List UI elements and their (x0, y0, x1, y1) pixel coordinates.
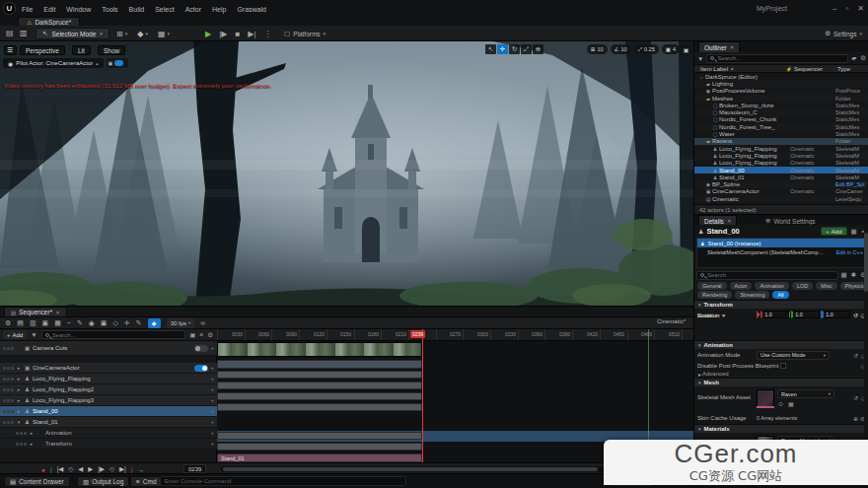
track-active-toggle[interactable] (194, 365, 208, 372)
maximize-button[interactable]: ▫ (845, 4, 848, 13)
toolbar-icon[interactable]: ▥ (30, 319, 36, 327)
content-import-icon[interactable]: ▥ (16, 29, 32, 37)
panel-icon[interactable]: ▣ (188, 331, 196, 339)
platforms-dropdown[interactable]: ▢ Platforms ▾ (284, 28, 326, 39)
track-add-icon[interactable]: + (210, 345, 214, 351)
sequencer-track-row[interactable]: ▸ Transform + (0, 439, 217, 450)
perspective-button[interactable]: Perspective (20, 45, 65, 55)
value-z[interactable]: 1.0 (822, 311, 850, 318)
close-button[interactable]: ✕ (857, 4, 864, 13)
filter-chip[interactable]: General (697, 282, 727, 290)
track-filter-icon[interactable]: ▼ (30, 331, 37, 338)
track-active-toggle[interactable] (194, 345, 208, 352)
track-toggles[interactable] (3, 399, 14, 402)
details-search-input[interactable]: Search (696, 271, 838, 280)
revert-icon[interactable]: ↺ (852, 312, 859, 318)
level-viewport[interactable]: ☰ Perspective Lit Show ◉ Pilot Actor: Ci… (0, 41, 693, 306)
menu-item[interactable]: Build (129, 6, 145, 13)
edit-in-cpp-link[interactable]: Edit in C++ (836, 249, 863, 255)
section-transform[interactable]: ▾ Transform (694, 300, 868, 309)
level-tab[interactable]: ⚠ DarkSpruce* (18, 17, 80, 26)
outliner-row[interactable]: ▤ Cinematic LevelSequ (694, 195, 868, 202)
transport-button[interactable]: | (131, 466, 133, 473)
column-sequencer[interactable]: Sequencer (794, 66, 837, 72)
transform-tool[interactable]: ↖ (485, 44, 496, 54)
track-add-icon[interactable]: + (210, 441, 214, 447)
editor-mode-dropdown[interactable]: ↖ Selection Mode ▾ (36, 28, 109, 39)
panel-icon[interactable]: ⚙ (206, 331, 214, 339)
track-toggles[interactable] (3, 421, 14, 424)
outliner-row[interactable]: ▢ Broken_Stump_rkzw StaticMes (694, 102, 868, 108)
sequence-breadcrumb[interactable]: Cinematic* (657, 318, 686, 324)
track-add-icon[interactable]: + (210, 419, 214, 425)
unreal-logo[interactable]: U (3, 2, 16, 15)
filter-icon[interactable]: ▼ (696, 55, 704, 62)
play-control[interactable]: ▶| (248, 30, 255, 38)
snap-control[interactable]: ⤢0.25 (634, 44, 659, 54)
settings-dropdown[interactable]: ⚙ Settings ▾ (825, 28, 862, 39)
auto-key-toggle[interactable]: ◆ (148, 318, 161, 328)
show-flags-button[interactable]: Show (98, 45, 125, 55)
filter-chip[interactable]: Actor (730, 282, 753, 290)
toolbar-icon[interactable]: ✛ (124, 319, 130, 327)
transform-tool[interactable]: ⤢ (521, 44, 532, 54)
animation-mode-dropdown[interactable]: Use Custom Mode ▾ (757, 351, 830, 360)
snap-control[interactable]: ⊞10 (587, 44, 608, 54)
animation-track-bar[interactable] (217, 403, 422, 411)
camera-track-bar[interactable] (217, 360, 422, 369)
track-toggles[interactable] (16, 443, 27, 446)
viewport-options-button[interactable]: ☰ (4, 45, 17, 55)
toolbar-icon[interactable]: ◇ (112, 319, 117, 327)
transform-tool[interactable]: ✛ (497, 44, 508, 54)
section-animation[interactable]: ▾ Animation (694, 340, 868, 349)
tab-sequencer[interactable]: ▤ Sequencer* ✕ (4, 307, 67, 316)
skeletal-mesh-thumbnail[interactable] (757, 389, 774, 407)
track-toggles[interactable] (3, 410, 14, 413)
value-x[interactable]: 1.0 (760, 311, 789, 318)
close-icon[interactable]: ✕ (727, 218, 732, 224)
menu-item[interactable]: Actor (185, 6, 201, 13)
toolbar-icon[interactable]: ▣ (101, 319, 108, 327)
browse-asset-icon[interactable]: ▦ (787, 400, 795, 407)
animation-clip[interactable]: Stand_01 (217, 453, 422, 462)
camera-cuts-filmstrip[interactable] (217, 342, 422, 357)
transport-button[interactable]: ◇ (68, 465, 73, 473)
panel-icon[interactable]: ▦ (840, 271, 848, 279)
transport-button[interactable]: ▶| (119, 465, 126, 473)
outliner-search-input[interactable]: Search... (706, 54, 848, 63)
menu-item[interactable]: Help (212, 6, 226, 13)
sequencer-track-row[interactable]: ▸ ♟ Stand_00 + (0, 406, 217, 417)
outliner-row[interactable]: ⌂ DarkSpruce (Editor) (694, 73, 868, 80)
outliner-row[interactable]: ◆ BP_Spline Edit BP_Spl (694, 180, 868, 187)
sequencer-track-row[interactable]: ▸ Animation + (0, 428, 217, 439)
view-mode-button[interactable]: Lit (72, 45, 91, 55)
disable-pp-checkbox[interactable] (780, 363, 786, 369)
outliner-row[interactable]: ▢ Mausoleum_C StaticMes (694, 108, 868, 115)
transport-button[interactable]: ▶ (88, 465, 93, 473)
maximize-viewport-icon[interactable]: ▣ (681, 44, 691, 54)
menu-item[interactable]: Tools (102, 6, 117, 13)
track-search-input[interactable]: Search... (41, 330, 186, 339)
current-frame-field[interactable]: 0239 (183, 464, 206, 473)
outliner-row[interactable]: ▰ Lighting (694, 80, 868, 87)
transport-button[interactable]: | (50, 466, 52, 473)
toolbar-icon[interactable]: ~ (67, 319, 71, 326)
toolbar-icon[interactable]: ▤ (17, 319, 24, 327)
revert-icon[interactable]: ↺ (852, 352, 859, 359)
panel-icon[interactable]: ✱ (850, 271, 857, 279)
playhead-frame-tag[interactable]: 0239 (410, 330, 425, 338)
expand-chevron-icon[interactable]: ▸ (16, 397, 22, 403)
details-scrollbar[interactable] (864, 225, 868, 471)
track-add-icon[interactable]: + (210, 386, 214, 392)
outliner-row[interactable]: ▰ Ravens Folder (694, 138, 868, 145)
frame-rate-dropdown[interactable]: 30 fps ▾ (167, 318, 195, 328)
toolbar-icon[interactable]: ✎ (77, 319, 83, 327)
transform-axis-label[interactable]: Scale ▾ (697, 312, 757, 318)
transport-button[interactable]: ● (41, 466, 45, 473)
toolbar-dropdown[interactable]: ⊞▾ (116, 30, 127, 38)
track-toggles[interactable] (3, 388, 14, 391)
transport-button[interactable]: → (137, 466, 144, 473)
sequencer-track-row[interactable]: ▾ ♟ Stand_01 + (0, 417, 217, 428)
transport-button[interactable]: |▶ (98, 465, 105, 473)
transform-tool[interactable]: ⊕ (533, 44, 543, 54)
